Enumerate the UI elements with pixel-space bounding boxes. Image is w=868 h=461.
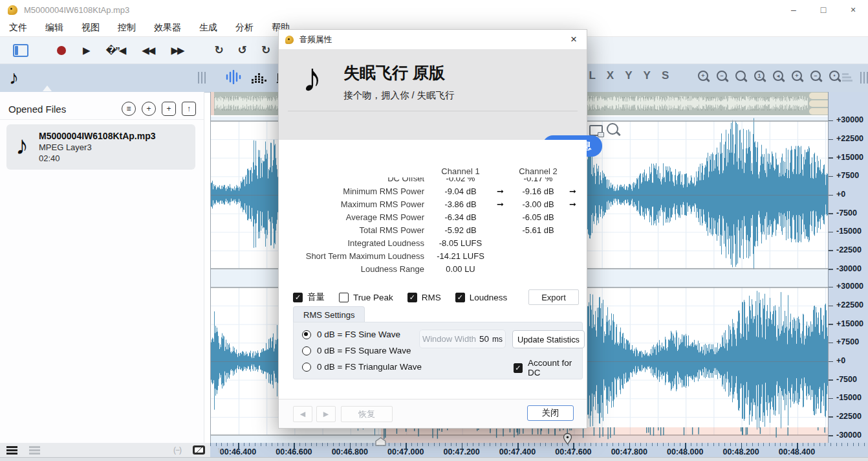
vzoom-out-icon[interactable]: −: [810, 69, 823, 84]
menu-view[interactable]: 视图: [72, 22, 109, 34]
zoom-1-icon[interactable]: 1: [754, 69, 766, 84]
stats-scroll-area[interactable]: DC Offset -0.02 % -0.17 % Minimum RMS Po…: [279, 177, 587, 275]
window-width-value[interactable]: 50: [479, 334, 489, 344]
waveform-view-icon[interactable]: [225, 70, 242, 84]
true-peak-checkbox[interactable]: [339, 293, 349, 302]
scale-label: -15000: [836, 227, 862, 236]
dialog-close-icon[interactable]: ×: [561, 30, 587, 49]
zoom-previous-icon[interactable]: ◂: [772, 69, 785, 84]
option-loudness[interactable]: ✓ Loudness: [455, 293, 508, 302]
toolbar-grip-right[interactable]: [860, 72, 868, 84]
loudness-checkbox[interactable]: ✓: [455, 293, 465, 302]
radio-square[interactable]: 0 dB = FS Square Wave: [302, 346, 411, 355]
loop-selection-icon[interactable]: ↻: [261, 43, 270, 57]
scale-tick: [829, 157, 833, 159]
close-button[interactable]: ×: [838, 0, 868, 19]
audio-properties-dialog: 音频属性 × ♪ 失眠飞行 原版 接个吻，拥入你 / 失眠飞行 通用 明细 封面…: [278, 29, 587, 429]
option-true-peak[interactable]: True Peak: [339, 293, 393, 302]
menu-effects[interactable]: 效果器: [145, 22, 190, 34]
rms-settings-panel: 0 dB = FS Sine Wave 0 dB = FS Square Wav…: [293, 322, 583, 379]
rewind-button[interactable]: ◀◀: [142, 45, 154, 56]
sort-arrows-icon[interactable]: ↑↓: [217, 445, 222, 455]
stats-row-min-rms: Minimum RMS Power -9.04 dB ➞ -9.16 dB ➞: [279, 185, 587, 197]
curve-tool-icon[interactable]: S: [662, 69, 669, 82]
rms-settings-tab[interactable]: RMS Settings: [293, 306, 365, 322]
menu-edit[interactable]: 编辑: [36, 22, 72, 34]
scale-tick: [829, 195, 833, 196]
account-for-dc-option[interactable]: ✓ Account for DC: [514, 358, 582, 377]
prev-file-button[interactable]: ◀: [293, 406, 312, 422]
vzoom-in-icon[interactable]: +: [791, 69, 804, 84]
timeline-major-tick: [462, 443, 463, 449]
fast-forward-button[interactable]: ▶▶: [171, 45, 183, 56]
opened-files-panel: Opened Files ≡ + + ↑ ♪ M5000004IW6108KtA…: [0, 92, 204, 443]
sine-radio[interactable]: [302, 330, 311, 339]
dialog-footer: ◀ ▶ 恢复 关闭: [279, 399, 587, 428]
curve-tool-icon[interactable]: Y: [625, 69, 632, 82]
scale-label: +7500: [836, 171, 859, 180]
option-rms[interactable]: ✓ RMS: [407, 293, 441, 302]
curve-tool-icon[interactable]: X: [607, 69, 614, 82]
restore-button[interactable]: 恢复: [341, 406, 393, 422]
scale-label: +0: [836, 190, 845, 199]
curve-tool-icon[interactable]: L: [589, 69, 595, 82]
dialog-close-button[interactable]: 关闭: [527, 405, 574, 421]
spectrum-view-icon[interactable]: [251, 70, 266, 84]
export-file-icon[interactable]: ↑: [182, 102, 196, 116]
scale-tick: [829, 120, 833, 122]
record-button[interactable]: [57, 46, 66, 55]
compact-view-icon[interactable]: [29, 446, 40, 455]
channel1-header: Channel 1: [424, 166, 497, 176]
next-file-button[interactable]: ▶: [316, 406, 336, 422]
filter-icon[interactable]: ≡: [122, 102, 136, 116]
levels-icon[interactable]: [842, 72, 852, 82]
menu-control[interactable]: 控制: [109, 22, 145, 34]
option-volume[interactable]: ✓ 音量: [293, 291, 325, 303]
add-file-icon[interactable]: +: [142, 102, 156, 116]
menu-file[interactable]: 文件: [0, 22, 36, 34]
duplicate-file-icon[interactable]: +: [162, 102, 176, 116]
snapshot-camera-icon[interactable]: [589, 125, 603, 136]
selection-start-marker[interactable]: [375, 437, 386, 446]
file-list-item[interactable]: ♪ M5000004IW6108KtAp.mp3 MPEG Layer3 02:…: [6, 124, 195, 170]
jump-to-min-ch2-icon[interactable]: ➞: [569, 186, 582, 196]
square-radio[interactable]: [302, 346, 311, 355]
jump-to-max-ch2-icon[interactable]: ➞: [569, 199, 582, 209]
export-button[interactable]: Export: [528, 289, 579, 305]
file-tab-note-icon[interactable]: ♪: [9, 67, 19, 89]
menu-generate[interactable]: 生成: [190, 22, 226, 34]
jump-to-max-ch1-icon[interactable]: ➞: [497, 199, 507, 209]
stats-header-row: Channel 1 Channel 2: [279, 164, 587, 177]
zoom-icon[interactable]: [735, 69, 748, 84]
volume-checkbox[interactable]: ✓: [293, 293, 303, 302]
minimize-button[interactable]: –: [779, 0, 808, 19]
magnifier-icon[interactable]: [607, 123, 622, 139]
update-statistics-button[interactable]: Update Statistics: [512, 330, 585, 348]
playback-speed-icon[interactable]: ↻: [214, 43, 223, 57]
collapse-icon[interactable]: (−): [173, 445, 181, 455]
account-dc-label: Account for DC: [528, 358, 582, 377]
maximize-button[interactable]: □: [808, 0, 838, 19]
zoom-out-icon[interactable]: −: [716, 69, 729, 84]
sidebar-toggle-icon[interactable]: [13, 44, 28, 57]
radio-sine[interactable]: 0 dB = FS Sine Wave: [302, 330, 400, 339]
jump-to-min-ch1-icon[interactable]: ➞: [497, 186, 507, 196]
timeline-major-tick: [629, 443, 631, 449]
loop-icon[interactable]: ↺: [238, 43, 247, 57]
triangular-radio[interactable]: [302, 363, 311, 372]
rms-checkbox[interactable]: ✓: [407, 293, 417, 302]
playhead-marker[interactable]: [562, 433, 573, 445]
toolbar-grip[interactable]: [198, 72, 208, 84]
window-width-field[interactable]: Window Width 50 ms: [419, 330, 506, 348]
play-button[interactable]: ▶: [83, 45, 89, 56]
zoom-in-icon[interactable]: +: [697, 69, 710, 84]
account-dc-checkbox[interactable]: ✓: [514, 363, 523, 373]
curve-tool-icon[interactable]: Y: [644, 69, 651, 82]
radio-triangular[interactable]: 0 dB = FS Triangular Wave: [302, 362, 422, 372]
goldwave-app-window: M5000004IW6108KtAp.mp3 – □ × 文件 编辑 视图 控制…: [0, 0, 868, 461]
skip-start-button[interactable]: �”◀: [106, 45, 125, 56]
menu-analyze[interactable]: 分析: [226, 22, 263, 34]
zoom-selection-icon[interactable]: •: [829, 69, 841, 84]
image-toggle-icon[interactable]: [193, 445, 205, 455]
list-view-icon[interactable]: [6, 446, 17, 455]
